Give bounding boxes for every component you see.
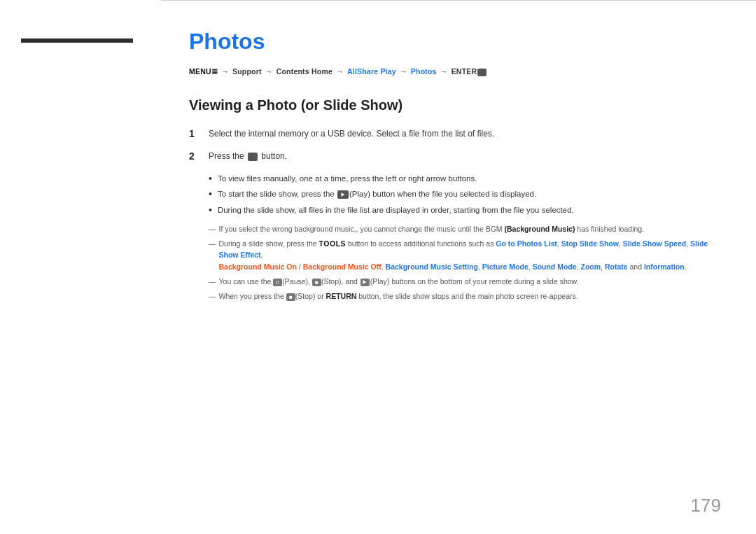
breadcrumb-allshare: AllShare Play	[347, 67, 396, 76]
zoom: Zoom	[580, 262, 601, 271]
enter-icon	[248, 153, 258, 161]
bgm-setting: Background Music Setting	[386, 262, 478, 271]
bgm-on: Background Music On	[219, 262, 297, 271]
breadcrumb: MENU≣ → Support → Contents Home → AllSha…	[189, 67, 718, 76]
section-title: Viewing a Photo (or Slide Show)	[189, 97, 718, 113]
note-1-highlight: (Background Music)	[504, 225, 575, 233]
breadcrumb-photos: Photos	[411, 67, 437, 76]
note-1: — If you select the wrong background mus…	[209, 223, 718, 235]
stop-icon: ■	[312, 279, 321, 286]
stop-icon-2: ■	[286, 293, 295, 301]
slide-speed: Slide Show Speed	[623, 239, 686, 248]
breadcrumb-support: Support	[232, 67, 262, 76]
note-4: — When you press the ■(Stop) or RETURN b…	[209, 290, 718, 302]
bullet-item-2: To start the slide show, press the (Play…	[209, 188, 718, 200]
breadcrumb-contents-home: Contents Home	[276, 67, 332, 76]
step-2-number: 2	[189, 150, 209, 162]
sidebar	[0, 0, 161, 534]
step-1: 1 Select the internal memory or a USB de…	[189, 127, 718, 140]
tools-label: TOOLS	[319, 239, 346, 248]
step-2-text: Press the button.	[209, 150, 287, 162]
bullet-list: To view files manually, one at a time, p…	[209, 172, 718, 216]
information: Information	[644, 262, 685, 271]
step-1-number: 1	[189, 127, 209, 139]
bullet-item-1: To view files manually, one at a time, p…	[209, 172, 718, 185]
picture-mode: Picture Mode	[482, 262, 528, 271]
stop-slide: Stop Slide Show	[561, 239, 619, 248]
rotate: Rotate	[605, 262, 628, 271]
bgm-off: Background Music Off	[303, 262, 382, 271]
play-icon-inline	[337, 190, 349, 199]
breadcrumb-menu: MENU	[189, 67, 211, 76]
step-1-text: Select the internal memory or a USB devi…	[209, 127, 494, 140]
play-icon-note	[360, 279, 370, 286]
breadcrumb-menu-symbol: ≣	[211, 67, 218, 76]
note-3: — You can use the II(Pause), ■(Stop), an…	[209, 276, 718, 288]
sidebar-bar	[21, 38, 133, 43]
goto-photos: Go to Photos List	[496, 239, 557, 248]
breadcrumb-enter-icon	[477, 69, 486, 76]
bullet-item-3: During the slide show, all files in the …	[209, 204, 718, 216]
page-layout: Photos MENU≣ → Support → Contents Home →…	[0, 0, 756, 534]
page-number: 179	[691, 495, 721, 517]
content-area: Photos MENU≣ → Support → Contents Home →…	[161, 0, 756, 534]
sound-mode: Sound Mode	[533, 262, 577, 271]
note-2: — During a slide show, press the TOOLS b…	[209, 238, 718, 273]
breadcrumb-enter: ENTER	[451, 67, 477, 76]
return-label: RETURN	[326, 292, 357, 300]
step-2: 2 Press the button.	[189, 150, 718, 162]
pause-icon: II	[273, 279, 282, 286]
page-title: Photos	[189, 29, 718, 55]
